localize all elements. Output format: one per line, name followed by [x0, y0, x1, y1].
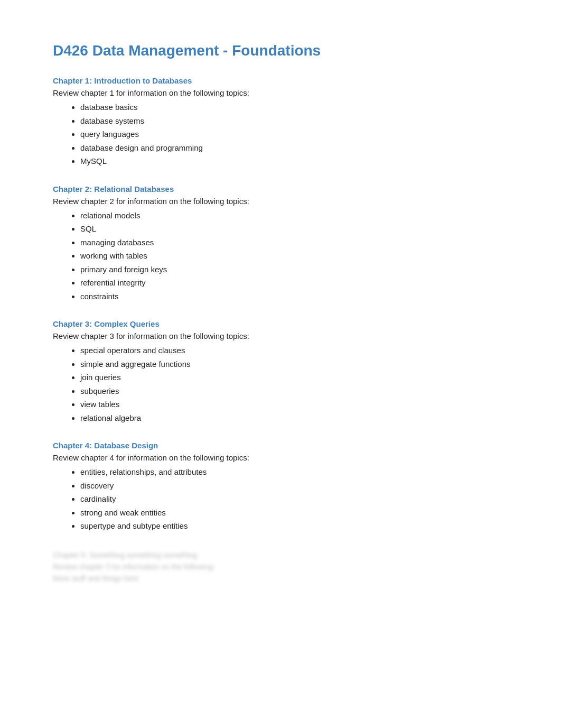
chapter-section-3: Chapter 3: Complex QueriesReview chapter… — [53, 319, 508, 424]
chapters-container: Chapter 1: Introduction to DatabasesRevi… — [53, 76, 508, 532]
chapter-intro-1: Review chapter 1 for information on the … — [53, 88, 508, 97]
topic-item: relational algebra — [80, 412, 508, 425]
topic-list-3: special operators and clausessimple and … — [53, 345, 508, 424]
chapter-section-1: Chapter 1: Introduction to DatabasesRevi… — [53, 76, 508, 168]
topic-item: subqueries — [80, 385, 508, 398]
chapter-heading-1: Chapter 1: Introduction to Databases — [53, 76, 508, 85]
chapter-intro-3: Review chapter 3 for information on the … — [53, 331, 508, 340]
topic-item: constraints — [80, 291, 508, 303]
topic-item: join queries — [80, 372, 508, 384]
blurred-content: Chapter 5: Something something something… — [53, 549, 508, 585]
chapter-heading-3: Chapter 3: Complex Queries — [53, 319, 508, 328]
topic-item: managing databases — [80, 237, 508, 249]
topic-item: strong and weak entities — [80, 507, 508, 519]
topic-item: database basics — [80, 102, 508, 114]
topic-item: database design and programming — [80, 142, 508, 154]
topic-item: database systems — [80, 115, 508, 127]
chapter-section-4: Chapter 4: Database DesignReview chapter… — [53, 441, 508, 532]
chapter-heading-4: Chapter 4: Database Design — [53, 441, 508, 450]
topic-item: supertype and subtype entities — [80, 520, 508, 532]
topic-list-2: relational modelsSQLmanaging databaseswo… — [53, 210, 508, 303]
topic-item: primary and foreign keys — [80, 264, 508, 276]
page-title: D426 Data Management - Foundations — [53, 42, 508, 59]
topic-item: query languages — [80, 128, 508, 141]
chapter-intro-4: Review chapter 4 for information on the … — [53, 453, 508, 462]
topic-list-4: entities, relationships, and attributesd… — [53, 466, 508, 532]
topic-item: MySQL — [80, 155, 508, 168]
chapter-intro-2: Review chapter 2 for information on the … — [53, 197, 508, 206]
topic-item: SQL — [80, 223, 508, 235]
topic-item: special operators and clauses — [80, 345, 508, 357]
topic-list-1: database basicsdatabase systemsquery lan… — [53, 102, 508, 168]
topic-item: cardinality — [80, 493, 508, 505]
chapter-section-2: Chapter 2: Relational DatabasesReview ch… — [53, 185, 508, 303]
topic-item: simple and aggregate functions — [80, 358, 508, 371]
topic-item: referential integrity — [80, 277, 508, 289]
topic-item: relational models — [80, 210, 508, 222]
topic-item: entities, relationships, and attributes — [80, 466, 508, 478]
topic-item: view tables — [80, 399, 508, 411]
topic-item: working with tables — [80, 250, 508, 262]
topic-item: discovery — [80, 480, 508, 492]
chapter-heading-2: Chapter 2: Relational Databases — [53, 185, 508, 193]
